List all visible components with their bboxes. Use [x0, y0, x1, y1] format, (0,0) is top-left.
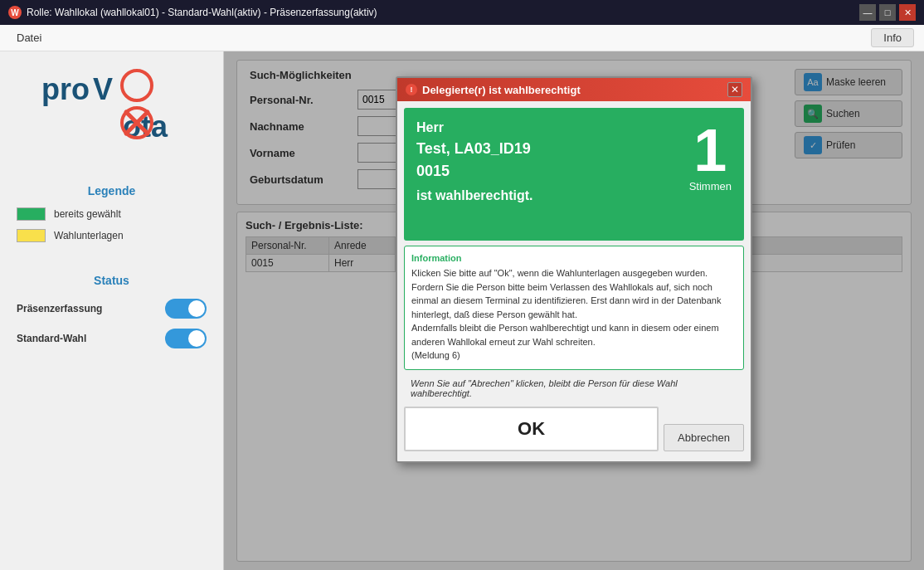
modal-overlay: ! Delegierte(r) ist wahlberechtigt ✕ Her…: [224, 51, 924, 570]
modal-name: Test, LA03_ID19: [416, 140, 689, 158]
legend-item-gewaehlt: bereits gewählt: [8, 206, 215, 222]
modal-info-text: Klicken Sie bitte auf "Ok", wenn die Wah…: [411, 266, 737, 363]
legend-label-gewaehlt: bereits gewählt: [54, 208, 121, 220]
modal-green-left: Herr Test, LA03_ID19 0015 ist wahlberech…: [416, 120, 689, 203]
modal-status: ist wahlberechtigt.: [416, 188, 689, 203]
left-panel: pro V ota Legende bereits gewählt: [0, 51, 224, 570]
status-praesenz-label: Präsenzerfassung: [17, 303, 102, 314]
legend-color-wahlunterlagen: [17, 229, 46, 242]
right-panel: Such-Möglichkeiten Personal-Nr. Nachname…: [224, 51, 924, 570]
logo-svg: pro V ota: [33, 62, 191, 166]
main-content: pro V ota Legende bereits gewählt: [0, 51, 924, 570]
legend-title: Legende: [8, 184, 215, 197]
stimmen-label: Stimmen: [689, 180, 732, 192]
modal-green-box: Herr Test, LA03_ID19 0015 ist wahlberech…: [404, 108, 744, 241]
info-button[interactable]: Info: [871, 28, 914, 47]
legend-label-wahlunterlagen: Wahlunterlagen: [54, 230, 124, 241]
toggle-praesenz-knob: [188, 300, 205, 317]
modal-cancel-button[interactable]: Abbrechen: [664, 424, 744, 451]
svg-text:V: V: [93, 72, 113, 106]
legend-color-gewaehlt: [17, 207, 46, 221]
svg-text:pro: pro: [41, 72, 90, 106]
modal-body: Herr Test, LA03_ID19 0015 ist wahlberech…: [397, 101, 751, 461]
minimize-button[interactable]: —: [859, 4, 876, 21]
modal-dialog: ! Delegierte(r) ist wahlberechtigt ✕ Her…: [396, 76, 752, 463]
toggle-standard-wahl-knob: [188, 330, 205, 347]
modal-warning-text: Wenn Sie auf "Abrechen" klicken, bleibt …: [404, 375, 744, 402]
status-standard-wahl: Standard-Wahl: [8, 325, 215, 352]
modal-id: 0015: [416, 163, 689, 180]
modal-close-button[interactable]: ✕: [727, 82, 742, 97]
modal-title-text: Delegierte(r) ist wahlberechtigt: [422, 84, 581, 96]
title-bar-text: Rolle: Wahllokal (wahllokal01) - Standar…: [27, 7, 377, 18]
status-praesenz: Präsenzerfassung: [8, 295, 215, 322]
close-button[interactable]: ✕: [899, 4, 916, 21]
toggle-standard-wahl[interactable]: [165, 329, 207, 348]
status-title: Status: [8, 274, 215, 287]
toggle-praesenz[interactable]: [165, 299, 207, 319]
modal-stimmen-area: 1 Stimmen: [689, 120, 732, 192]
modal-info-box: Information Klicken Sie bitte auf "Ok", …: [404, 246, 744, 370]
stimmen-number: 1: [689, 120, 732, 180]
modal-buttons: OK Abbrechen: [404, 407, 744, 455]
modal-ok-button[interactable]: OK: [404, 407, 659, 451]
legend-item-wahlunterlagen: Wahlunterlagen: [8, 227, 215, 244]
maximize-button[interactable]: □: [879, 4, 896, 21]
app-icon: W: [8, 6, 22, 19]
status-standard-wahl-label: Standard-Wahl: [17, 333, 86, 344]
modal-titlebar: ! Delegierte(r) ist wahlberechtigt ✕: [397, 78, 751, 101]
modal-salutation: Herr: [416, 120, 689, 135]
logo-area: pro V ota: [29, 60, 195, 168]
modal-info-title: Information: [411, 253, 737, 263]
legend-section: Legende bereits gewählt Wahlunterlagen: [8, 184, 215, 249]
svg-point-2: [122, 71, 152, 100]
status-section: Status Präsenzerfassung Standard-Wahl: [8, 274, 215, 355]
title-bar: W Rolle: Wahllokal (wahllokal01) - Stand…: [0, 0, 924, 25]
modal-title-icon: !: [406, 84, 417, 95]
menu-datei[interactable]: Datei: [10, 28, 48, 47]
menu-bar: Datei Info: [0, 25, 924, 51]
